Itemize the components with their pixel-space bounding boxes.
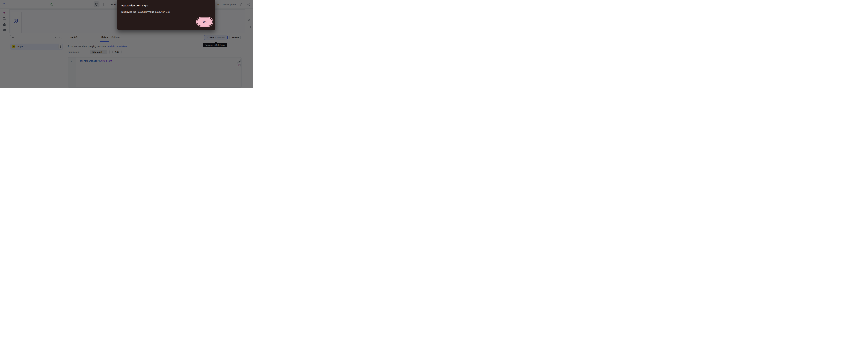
- browser-alert-dialog: app.tooljet.com says Displaying the Para…: [117, 0, 215, 30]
- tooljet-app-builder: P v1 Development: [0, 0, 253, 88]
- alert-message: Displaying the Parameter Value in an Ale…: [121, 10, 170, 13]
- alert-title: app.tooljet.com says: [121, 4, 148, 7]
- alert-ok-button[interactable]: OK: [197, 18, 212, 26]
